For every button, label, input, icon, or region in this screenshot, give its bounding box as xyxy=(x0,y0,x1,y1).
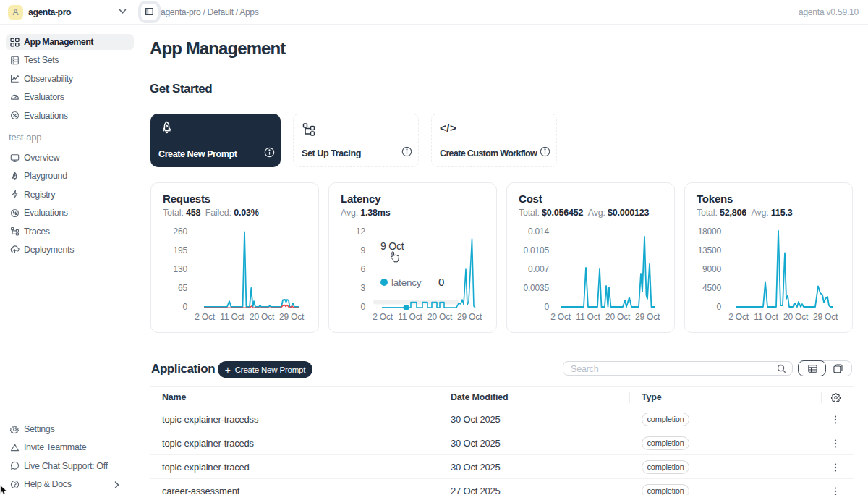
svg-text:0.0105: 0.0105 xyxy=(523,245,549,255)
svg-text:195: 195 xyxy=(174,245,188,255)
svg-text:9000: 9000 xyxy=(702,264,721,274)
svg-text:65: 65 xyxy=(178,283,187,293)
svg-text:0: 0 xyxy=(717,302,722,312)
svg-text:9 Oct: 9 Oct xyxy=(380,240,404,252)
svg-text:0: 0 xyxy=(545,302,550,312)
svg-text:29 Oct: 29 Oct xyxy=(635,312,660,322)
svg-text:0.007: 0.007 xyxy=(528,264,550,274)
svg-text:0: 0 xyxy=(438,276,444,288)
svg-text:130: 130 xyxy=(174,264,188,274)
svg-text:3: 3 xyxy=(361,283,366,293)
svg-text:0.014: 0.014 xyxy=(528,227,550,237)
svg-text:11 Oct: 11 Oct xyxy=(576,312,600,322)
svg-text:29 Oct: 29 Oct xyxy=(279,312,305,322)
svg-text:20 Oct: 20 Oct xyxy=(250,312,275,322)
svg-text:6: 6 xyxy=(361,264,366,274)
svg-text:20 Oct: 20 Oct xyxy=(783,312,809,322)
svg-text:4500: 4500 xyxy=(702,283,721,293)
svg-text:29 Oct: 29 Oct xyxy=(813,312,838,322)
svg-text:0: 0 xyxy=(361,302,366,312)
svg-text:20 Oct: 20 Oct xyxy=(605,312,631,322)
svg-text:2 Oct: 2 Oct xyxy=(373,312,393,322)
svg-text:13500: 13500 xyxy=(698,245,722,255)
svg-text:260: 260 xyxy=(174,227,188,237)
svg-text:18000: 18000 xyxy=(698,227,722,237)
svg-text:2 Oct: 2 Oct xyxy=(550,312,571,322)
svg-text:latency: latency xyxy=(391,277,422,288)
svg-text:11 Oct: 11 Oct xyxy=(398,312,422,322)
svg-text:11 Oct: 11 Oct xyxy=(220,312,244,322)
svg-text:20 Oct: 20 Oct xyxy=(427,312,453,322)
svg-text:2 Oct: 2 Oct xyxy=(728,312,749,322)
svg-text:0: 0 xyxy=(183,302,188,312)
svg-text:9: 9 xyxy=(361,245,366,255)
svg-text:0.0035: 0.0035 xyxy=(523,283,549,293)
svg-text:12: 12 xyxy=(356,227,365,237)
svg-text:2 Oct: 2 Oct xyxy=(195,312,216,322)
svg-text:29 Oct: 29 Oct xyxy=(457,312,482,322)
svg-text:11 Oct: 11 Oct xyxy=(754,312,778,322)
